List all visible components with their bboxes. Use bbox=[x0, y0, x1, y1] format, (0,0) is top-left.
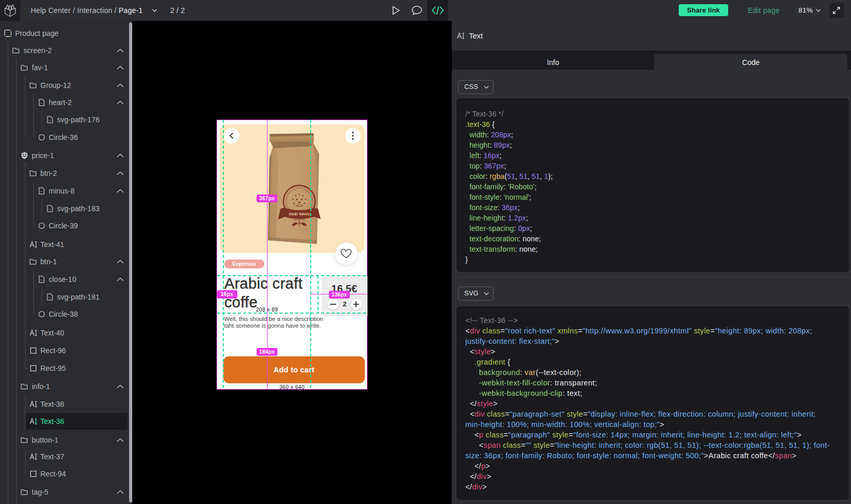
svg-text:HABI NAHU: HABI NAHU bbox=[289, 212, 310, 216]
